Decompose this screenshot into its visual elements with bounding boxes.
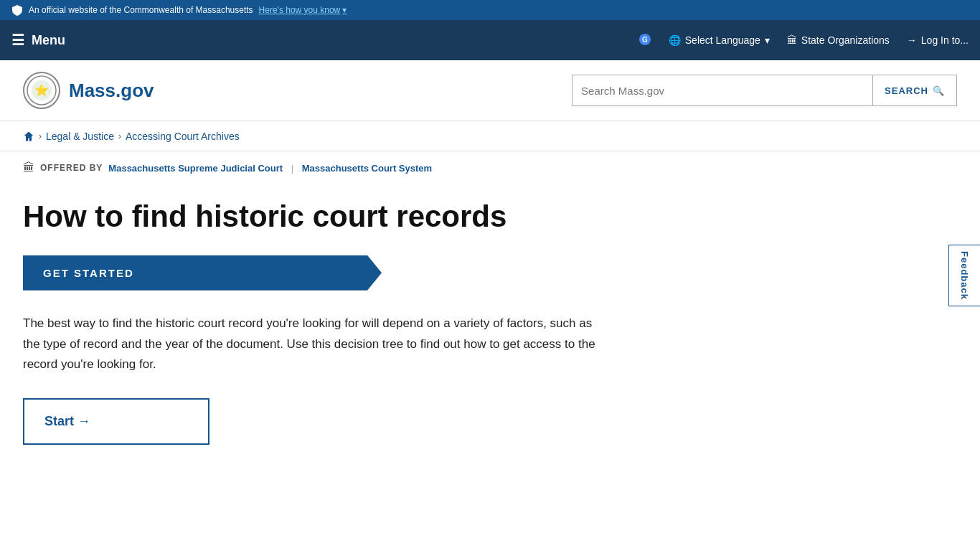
breadcrumb-sep-1: › (39, 131, 42, 141)
menu-label: Menu (32, 33, 65, 48)
start-button-container: Start → (23, 398, 209, 445)
home-icon (23, 131, 34, 142)
feedback-label: Feedback (959, 251, 970, 300)
language-selector[interactable]: 🌐 Select Language ▾ (669, 34, 770, 46)
pipe-separator: | (291, 163, 293, 174)
mass-seal: ⭐ (23, 72, 60, 109)
sjc-link[interactable]: Massachusetts Supreme Judicial Court (108, 163, 283, 174)
mcs-link[interactable]: Massachusetts Court System (302, 163, 432, 174)
login-icon: → (907, 34, 917, 46)
site-logo-text: Mass.gov (69, 80, 154, 102)
language-chevron-icon: ▾ (765, 34, 770, 46)
offered-by-label: OFFERED BY (40, 163, 103, 173)
breadcrumb-home-link[interactable] (23, 130, 34, 142)
official-text: An official website of the Commonwealth … (29, 5, 253, 15)
google-icon: G (639, 33, 651, 48)
menu-button[interactable]: ☰ Menu (11, 32, 65, 49)
start-button[interactable]: Start → (24, 400, 208, 443)
hamburger-icon: ☰ (11, 32, 24, 49)
globe-icon: 🌐 (669, 34, 681, 46)
feedback-tab[interactable]: Feedback (948, 245, 980, 306)
offered-by-icon: 🏛 (23, 161, 34, 174)
get-started-banner: GET STARTED (23, 255, 382, 291)
login-button[interactable]: → Log In to... (907, 34, 969, 46)
site-header: ⭐ Mass.gov SEARCH 🔍 (0, 60, 980, 121)
main-nav: ☰ Menu G 🌐 Select Language ▾ 🏛 State Org… (0, 20, 980, 60)
heres-how-button[interactable]: Here's how you know ▾ (259, 5, 347, 15)
start-button-label: Start → (44, 414, 90, 429)
search-icon: 🔍 (933, 85, 945, 96)
breadcrumb-current[interactable]: Accessing Court Archives (126, 131, 240, 142)
main-content: How to find historic court records GET S… (0, 184, 646, 474)
svg-text:G: G (642, 36, 648, 44)
shield-icon (11, 4, 23, 16)
chevron-down-icon: ▾ (342, 5, 347, 15)
offered-by-bar: 🏛 OFFERED BY Massachusetts Supreme Judic… (0, 151, 980, 184)
search-input[interactable] (572, 75, 873, 106)
svg-text:⭐: ⭐ (34, 83, 49, 97)
search-button[interactable]: SEARCH 🔍 (873, 75, 957, 106)
language-label: Select Language (685, 34, 760, 46)
get-started-label: GET STARTED (43, 267, 134, 279)
state-organizations-button[interactable]: 🏛 State Organizations (787, 34, 890, 46)
top-banner: An official website of the Commonwealth … (0, 0, 980, 20)
logo-area[interactable]: ⭐ Mass.gov (23, 72, 154, 109)
building-nav-icon: 🏛 (787, 34, 797, 46)
breadcrumb-sep-2: › (118, 131, 121, 141)
search-area: SEARCH 🔍 (572, 75, 957, 106)
google-translate-button[interactable]: G (639, 33, 651, 48)
body-text: The best way to find the historic court … (23, 314, 611, 376)
nav-right-area: G 🌐 Select Language ▾ 🏛 State Organizati… (639, 33, 969, 48)
page-title: How to find historic court records (23, 199, 623, 235)
search-button-label: SEARCH (885, 85, 928, 96)
offered-links: Massachusetts Supreme Judicial Court | M… (108, 163, 432, 174)
breadcrumb: › Legal & Justice › Accessing Court Arch… (0, 121, 980, 151)
breadcrumb-legal-justice[interactable]: Legal & Justice (46, 131, 114, 142)
